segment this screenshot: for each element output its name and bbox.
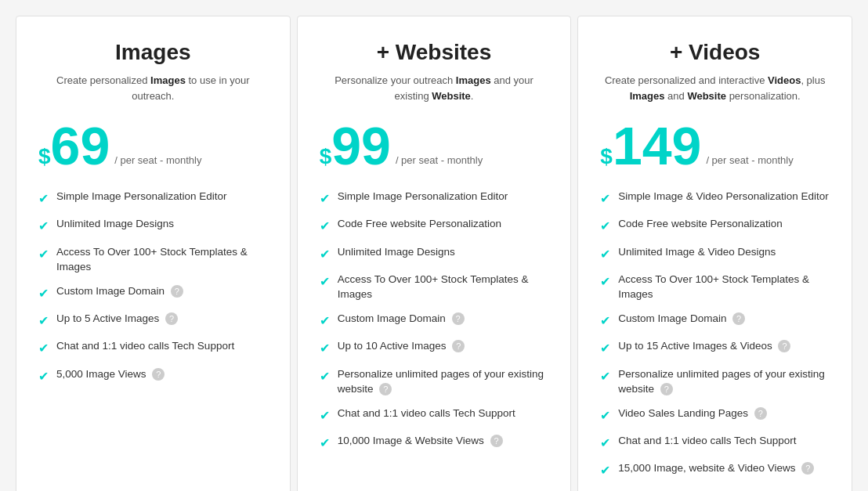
feature-text: Simple Image & Video Personalization Edi… [618,190,830,204]
checkmark-icon: ✔ [320,407,330,424]
feature-text: Code Free website Personalization [618,217,830,232]
checkmark-icon: ✔ [38,368,49,385]
feature-text: Up to 10 Active Images ? [338,339,549,354]
price-row: $149/ per seat - monthly [600,119,830,172]
list-item: ✔Simple Image & Video Personalization Ed… [600,190,830,208]
list-item: ✔Custom Image Domain ? [600,312,830,330]
pricing-container: ImagesCreate personalized Images to use … [16,16,852,491]
price-per-seat: / per seat - monthly [396,154,483,166]
feature-text: Personalize unlimited pages of your exis… [618,367,830,397]
list-item: ✔Video Sales Landing Pages ? [600,406,830,424]
question-mark-icon[interactable]: ? [165,312,178,325]
feature-text: Up to 5 Active Images ? [56,312,268,327]
price-per-seat: / per seat - monthly [706,154,793,166]
price-per-seat: / per seat - monthly [114,154,201,166]
feature-text: Access To Over 100+ Stock Templates & Im… [618,273,830,302]
feature-text: Custom Image Domain ? [56,284,268,299]
pricing-card-videos: + VideosCreate personalized and interact… [577,16,852,491]
list-item: ✔Unlimited Image Designs [38,217,268,235]
list-item: ✔Up to 5 Active Images ? [38,312,268,330]
list-item: ✔Personalize unlimited pages of your exi… [320,367,549,397]
list-item: ✔10,000 Image & Website Views ? [320,434,549,452]
list-item: ✔Custom Image Domain ? [320,312,549,330]
list-item: ✔15,000 Image, website & Video Views ? [600,461,830,479]
checkmark-icon: ✔ [38,312,49,330]
card-description: Create personalized and interactive Vide… [600,73,830,103]
question-mark-icon[interactable]: ? [660,383,673,395]
features-list: ✔Simple Image Personalization Editor✔Unl… [38,190,268,385]
list-item: ✔Simple Image Personalization Editor [320,190,549,208]
feature-text: Unlimited Image Designs [338,245,549,260]
list-item: ✔Access To Over 100+ Stock Templates & I… [320,273,549,302]
checkmark-icon: ✔ [600,218,610,235]
question-mark-icon[interactable]: ? [452,312,465,325]
checkmark-icon: ✔ [600,190,610,208]
feature-text: Access To Over 100+ Stock Templates & Im… [56,245,268,275]
list-item: ✔Access To Over 100+ Stock Templates & I… [38,245,268,275]
list-item: ✔Unlimited Image Designs [320,245,549,263]
feature-text: Custom Image Domain ? [618,312,830,327]
features-list: ✔Simple Image Personalization Editor✔Cod… [320,190,549,452]
checkmark-icon: ✔ [320,190,330,208]
feature-text: Chat and 1:1 video calls Tech Support [618,434,830,449]
feature-text: 5,000 Image Views ? [56,367,268,382]
list-item: ✔Access To Over 100+ Stock Templates & I… [600,273,830,302]
checkmark-icon: ✔ [320,218,330,235]
question-mark-icon[interactable]: ? [490,435,503,447]
feature-text: Video Sales Landing Pages ? [618,406,830,421]
feature-text: Chat and 1:1 video calls Tech Support [338,406,549,421]
price-row: $69/ per seat - monthly [38,119,268,172]
card-description: Personalize your outreach Images and you… [320,73,549,103]
checkmark-icon: ✔ [320,340,330,357]
checkmark-icon: ✔ [320,435,330,452]
feature-text: Simple Image Personalization Editor [338,190,549,204]
checkmark-icon: ✔ [320,246,330,263]
checkmark-icon: ✔ [600,312,610,330]
question-mark-icon[interactable]: ? [152,368,165,381]
card-title: Images [38,40,268,65]
question-mark-icon[interactable]: ? [732,312,745,325]
list-item: ✔Up to 15 Active Images & Videos ? [600,339,830,357]
list-item: ✔Code Free website Personalization [320,217,549,235]
checkmark-icon: ✔ [600,273,610,291]
pricing-card-websites: + WebsitesPersonalize your outreach Imag… [297,16,572,491]
list-item: ✔Custom Image Domain ? [38,284,268,302]
feature-text: 15,000 Image, website & Video Views ? [618,461,830,476]
feature-text: Unlimited Image & Video Designs [618,245,830,260]
question-mark-icon[interactable]: ? [754,407,767,420]
checkmark-icon: ✔ [320,368,330,385]
feature-text: Access To Over 100+ Stock Templates & Im… [338,273,549,302]
price-amount: 99 [331,119,391,172]
pricing-card-images: ImagesCreate personalized Images to use … [16,16,291,491]
list-item: ✔Up to 10 Active Images ? [320,339,549,357]
question-mark-icon[interactable]: ? [452,340,465,352]
question-mark-icon[interactable]: ? [801,462,814,475]
checkmark-icon: ✔ [600,368,610,385]
feature-text: Unlimited Image Designs [56,217,268,232]
list-item: ✔Chat and 1:1 video calls Tech Support [320,406,549,424]
checkmark-icon: ✔ [600,435,610,452]
checkmark-icon: ✔ [600,340,610,357]
feature-text: Custom Image Domain ? [338,312,549,327]
price-amount: 69 [51,119,110,172]
feature-text: Simple Image Personalization Editor [56,190,268,204]
list-item: ✔5,000 Image Views ? [38,367,268,385]
checkmark-icon: ✔ [38,285,49,302]
list-item: ✔Simple Image Personalization Editor [38,190,268,208]
checkmark-icon: ✔ [38,246,49,263]
list-item: ✔Unlimited Image & Video Designs [600,245,830,263]
question-mark-icon[interactable]: ? [171,285,183,298]
question-mark-icon[interactable]: ? [778,340,790,352]
feature-text: Personalize unlimited pages of your exis… [338,367,549,397]
price-dollar-sign: $ [38,146,51,168]
question-mark-icon[interactable]: ? [379,383,392,395]
price-dollar-sign: $ [600,146,613,168]
checkmark-icon: ✔ [320,273,330,291]
card-title: + Videos [600,40,830,65]
list-item: ✔Chat and 1:1 video calls Tech Support [38,339,268,357]
card-description: Create personalized Images to use in you… [38,73,268,103]
price-amount: 149 [613,119,701,172]
list-item: ✔Chat and 1:1 video calls Tech Support [600,434,830,452]
price-row: $99/ per seat - monthly [320,119,549,172]
checkmark-icon: ✔ [38,190,49,208]
